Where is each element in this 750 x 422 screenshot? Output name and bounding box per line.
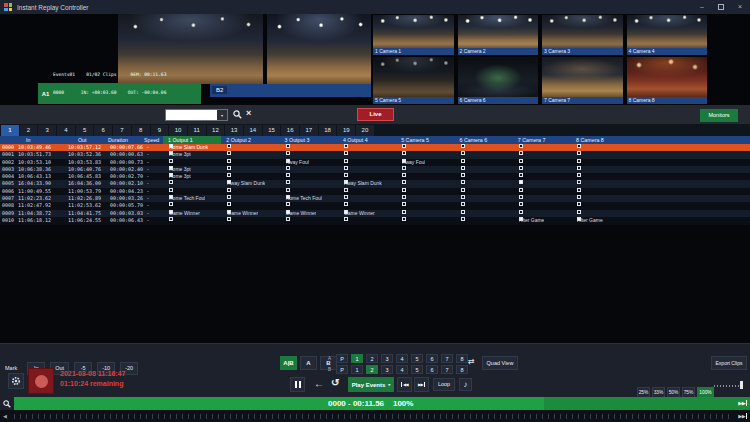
angle-label: -: [169, 217, 171, 224]
playback-progress-bar[interactable]: 0000 - 00:11.56 100% ▶▶: [0, 397, 750, 410]
table-row[interactable]: 000611:00:49.5511:00:53.7900:00:04.23---…: [0, 188, 750, 195]
monitor-b-video[interactable]: [267, 14, 371, 84]
camera-thumbnail[interactable]: [542, 15, 623, 48]
search-dropdown-button[interactable]: ▾: [217, 110, 227, 120]
search-input[interactable]: [166, 110, 217, 120]
camera-thumbnail[interactable]: [458, 15, 539, 48]
jump-back-icon[interactable]: ←: [314, 378, 324, 389]
play-events-dropdown-icon[interactable]: ▾: [388, 382, 390, 387]
zoom-timeline-button[interactable]: [0, 397, 14, 410]
bus-b-channel-8[interactable]: 8: [456, 365, 468, 374]
table-row[interactable]: 000310:06:38.3610:06:40.7600:00:02.40-Ho…: [0, 166, 750, 173]
angle-label: -: [577, 159, 579, 166]
timeline-ticks[interactable]: [14, 414, 732, 419]
control-panel: MarkInOut-5-10-20 A|BAB AP12345678 BP123…: [0, 343, 750, 397]
bus-a-channel-2[interactable]: 2: [366, 354, 378, 363]
bus-b-channel-4[interactable]: 4: [396, 365, 408, 374]
angle-cell: Home Slam Dunk: [169, 144, 226, 151]
play-events-button[interactable]: Play Events ▾: [348, 377, 394, 392]
replay-icon[interactable]: ↺: [331, 377, 339, 388]
bus-a-channel-6[interactable]: 6: [426, 354, 438, 363]
camera-thumbnail[interactable]: [627, 57, 708, 97]
bus-b-p-button[interactable]: P: [336, 365, 348, 374]
record-button[interactable]: [28, 368, 54, 394]
timeline-left-icon[interactable]: ◀: [3, 413, 7, 419]
camera-thumbnail[interactable]: [542, 57, 623, 97]
timeline-scrubber[interactable]: ◀ ▶▶: [0, 410, 750, 422]
tab-13[interactable]: 13: [225, 125, 243, 136]
camera-thumbnail[interactable]: [373, 15, 454, 48]
table-row[interactable]: 000711:02:23.6211:02:26.8900:00:03.26-Ho…: [0, 195, 750, 202]
speed-slider[interactable]: [714, 380, 744, 390]
live-button[interactable]: Live: [357, 108, 394, 121]
quad-view-button[interactable]: Quad View: [482, 356, 518, 370]
search-icon[interactable]: [233, 110, 242, 119]
tab-15[interactable]: 15: [263, 125, 281, 136]
tab-12[interactable]: 12: [207, 125, 225, 136]
table-row[interactable]: 000410:06:43.1310:06:45.8300:00:02.70-Ho…: [0, 173, 750, 180]
pause-button[interactable]: [290, 377, 305, 392]
bus-a-channel-1[interactable]: 1: [351, 354, 363, 363]
tab-14[interactable]: 14: [244, 125, 262, 136]
tab-11[interactable]: 11: [188, 125, 206, 136]
ab-mode-ab[interactable]: A|B: [280, 356, 297, 370]
close-button[interactable]: ×: [738, 3, 742, 11]
tab-9[interactable]: 9: [151, 125, 169, 136]
loop-button[interactable]: Loop: [433, 378, 455, 391]
table-row[interactable]: 001011:06:18.1211:06:24.5500:00:06.43---…: [0, 217, 750, 224]
camera-thumbnail[interactable]: [627, 15, 708, 48]
table-row[interactable]: 000911:04:38.7211:04:41.7500:00:03.03-Ga…: [0, 210, 750, 217]
bus-a-channel-4[interactable]: 4: [396, 354, 408, 363]
tab-4[interactable]: 4: [57, 125, 75, 136]
table-row[interactable]: 000010:03:49.4610:03:57.1200:00:07.66-Ho…: [0, 144, 750, 151]
bus-b-channel-1[interactable]: 1: [351, 365, 363, 374]
bus-a-channel-7[interactable]: 7: [441, 354, 453, 363]
ab-mode-a[interactable]: A: [300, 356, 317, 370]
export-clips-button[interactable]: Export Clips: [711, 356, 747, 370]
event-id: 0001: [2, 151, 14, 158]
bus-b-channel-6[interactable]: 6: [426, 365, 438, 374]
tab-1[interactable]: 1: [1, 125, 19, 136]
audio-button[interactable]: ♪: [459, 378, 472, 391]
event-in: 11:02:47.92: [18, 202, 51, 209]
tab-3[interactable]: 3: [38, 125, 56, 136]
table-row[interactable]: 000811:02:47.9211:02:53.6200:00:05.70---…: [0, 202, 750, 209]
progress-next-icon[interactable]: ▶▶: [738, 400, 747, 406]
bus-b-channel-7[interactable]: 7: [441, 365, 453, 374]
camera-thumbnail[interactable]: [373, 57, 454, 97]
table-row[interactable]: 000210:03:53.1010:03:53.8300:00:00.73---…: [0, 159, 750, 166]
settings-button[interactable]: [8, 373, 24, 389]
swap-icon[interactable]: ⇄: [468, 357, 475, 366]
next-event-button[interactable]: ▶▶: [414, 377, 429, 392]
bus-b-channel-5[interactable]: 5: [411, 365, 423, 374]
maximize-button[interactable]: [718, 4, 724, 10]
clear-search-icon[interactable]: ×: [246, 108, 251, 118]
event-out: 11:00:53.79: [68, 188, 101, 195]
tab-8[interactable]: 8: [132, 125, 150, 136]
tab-19[interactable]: 19: [337, 125, 355, 136]
previous-event-button[interactable]: ◀◀: [397, 377, 412, 392]
minimize-button[interactable]: –: [700, 3, 704, 11]
timeline-right-icon[interactable]: ▶▶: [738, 413, 747, 419]
bus-b-channel-2[interactable]: 2: [366, 365, 378, 374]
table-row[interactable]: 000516:04:33.9016:04:36.0000:00:02.10--A…: [0, 180, 750, 187]
tab-16[interactable]: 16: [281, 125, 299, 136]
tab-6[interactable]: 6: [94, 125, 112, 136]
tab-18[interactable]: 18: [319, 125, 337, 136]
tab-5[interactable]: 5: [76, 125, 94, 136]
bus-a-p-button[interactable]: P: [336, 354, 348, 363]
slider-handle[interactable]: [740, 381, 743, 389]
bus-a-channel-8[interactable]: 8: [456, 354, 468, 363]
table-row[interactable]: 000110:03:51.7310:03:52.3600:00:00.63-Ho…: [0, 151, 750, 158]
bus-a-channel-3[interactable]: 3: [381, 354, 393, 363]
bus-a-channel-5[interactable]: 5: [411, 354, 423, 363]
tab-7[interactable]: 7: [113, 125, 131, 136]
bus-b-channel-3[interactable]: 3: [381, 365, 393, 374]
column-header-angle: 5 Camera 5: [396, 136, 454, 144]
monitors-button[interactable]: Monitors: [700, 109, 738, 122]
tab-17[interactable]: 17: [300, 125, 318, 136]
tab-20[interactable]: 20: [356, 125, 374, 136]
tab-10[interactable]: 10: [169, 125, 187, 136]
camera-thumbnail[interactable]: [458, 57, 539, 97]
tab-2[interactable]: 2: [20, 125, 38, 136]
